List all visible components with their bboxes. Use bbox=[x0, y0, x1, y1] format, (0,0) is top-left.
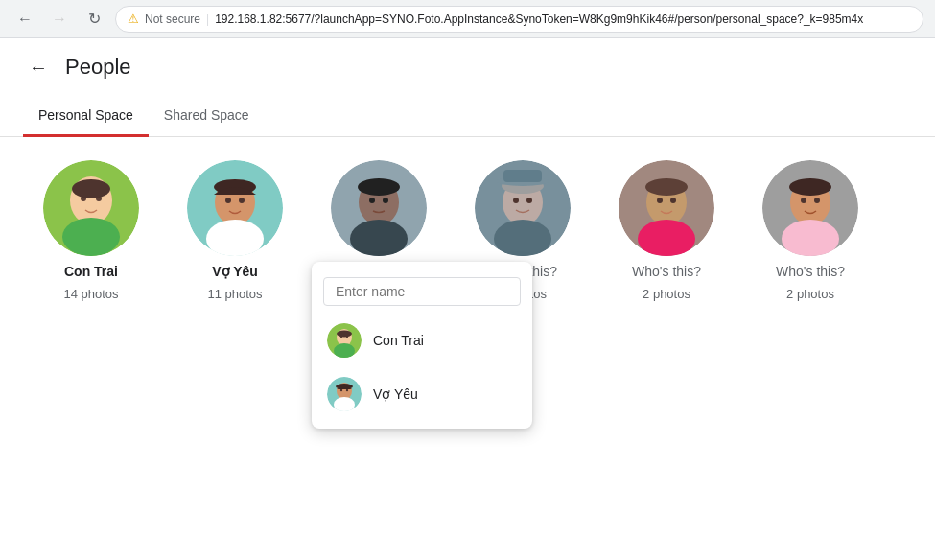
svg-point-36 bbox=[814, 198, 820, 203]
security-warning-icon: ⚠ bbox=[128, 12, 139, 26]
svg-point-15 bbox=[369, 198, 375, 203]
dropdown-item-2[interactable]: Vợ Yêu bbox=[312, 367, 532, 421]
svg-point-31 bbox=[645, 178, 688, 196]
people-grid: Con Trai 14 photos Vợ Yêu 11 photos bbox=[0, 137, 935, 324]
person-photos-2: 11 photos bbox=[207, 287, 262, 301]
avatar-4 bbox=[475, 160, 571, 256]
dropdown-avatar-2 bbox=[327, 377, 362, 411]
svg-rect-25 bbox=[503, 170, 542, 182]
svg-point-17 bbox=[358, 178, 400, 196]
browser-chrome: ← → ↻ ⚠ Not secure | 192.168.1.82:5677/?… bbox=[0, 0, 935, 38]
svg-point-16 bbox=[383, 198, 388, 203]
person-photos-1: 14 photos bbox=[63, 287, 118, 301]
person-name-5: Who's this? bbox=[632, 264, 701, 279]
avatar-3 bbox=[331, 160, 427, 256]
name-search-input[interactable] bbox=[323, 277, 521, 306]
svg-point-9 bbox=[225, 198, 231, 203]
tab-personal-space[interactable]: Personal Space bbox=[23, 96, 149, 137]
svg-point-5 bbox=[72, 179, 110, 198]
app-header: ← People bbox=[0, 38, 935, 96]
page-title: People bbox=[65, 55, 131, 80]
avatar-1 bbox=[43, 160, 139, 256]
address-separator: | bbox=[206, 12, 209, 26]
person-card-5[interactable]: Who's this? 2 photos bbox=[614, 160, 719, 301]
back-nav-button[interactable]: ← bbox=[12, 6, 38, 33]
svg-point-22 bbox=[526, 198, 532, 203]
reload-button[interactable]: ↻ bbox=[81, 6, 107, 33]
forward-nav-button[interactable]: → bbox=[46, 6, 73, 33]
svg-point-43 bbox=[337, 331, 352, 338]
name-dropdown: Con Trai Vợ Yêu bbox=[312, 262, 532, 429]
app-content: ← People Personal Space Shared Space Con… bbox=[0, 38, 935, 560]
svg-point-29 bbox=[657, 198, 663, 203]
tabs-bar: Personal Space Shared Space bbox=[0, 96, 935, 137]
url-text: 192.168.1.82:5677/?launchApp=SYNO.Foto.A… bbox=[215, 12, 863, 26]
not-secure-label: Not secure bbox=[145, 12, 200, 26]
avatar-6 bbox=[762, 160, 858, 256]
person-name-1: Con Trai bbox=[64, 264, 118, 279]
svg-point-35 bbox=[801, 198, 806, 203]
person-photos-5: 2 photos bbox=[643, 287, 690, 301]
dropdown-item-name-2: Vợ Yêu bbox=[373, 386, 418, 402]
svg-point-37 bbox=[789, 178, 831, 196]
svg-point-49 bbox=[336, 384, 353, 389]
avatar-2 bbox=[187, 160, 283, 256]
person-name-6: Who's this? bbox=[776, 264, 845, 279]
person-photos-6: 2 photos bbox=[786, 287, 834, 301]
dropdown-item-1[interactable]: Con Trai bbox=[312, 314, 532, 367]
svg-point-30 bbox=[670, 198, 676, 203]
person-card-1[interactable]: Con Trai 14 photos bbox=[38, 160, 144, 301]
svg-point-47 bbox=[340, 389, 342, 391]
svg-point-2 bbox=[62, 218, 120, 256]
person-card-6[interactable]: Who's this? 2 photos bbox=[758, 160, 863, 301]
avatar-5 bbox=[619, 160, 714, 256]
person-name-2: Vợ Yêu bbox=[212, 264, 258, 279]
app-back-button[interactable]: ← bbox=[23, 52, 54, 82]
tab-shared-space[interactable]: Shared Space bbox=[149, 96, 265, 137]
svg-point-10 bbox=[239, 198, 245, 203]
svg-point-21 bbox=[513, 198, 519, 203]
dropdown-item-name-1: Con Trai bbox=[373, 333, 424, 348]
person-card-2[interactable]: Vợ Yêu 11 photos bbox=[182, 160, 288, 301]
dropdown-avatar-1 bbox=[327, 323, 362, 358]
address-bar[interactable]: ⚠ Not secure | 192.168.1.82:5677/?launch… bbox=[115, 6, 923, 33]
svg-point-48 bbox=[346, 389, 348, 391]
